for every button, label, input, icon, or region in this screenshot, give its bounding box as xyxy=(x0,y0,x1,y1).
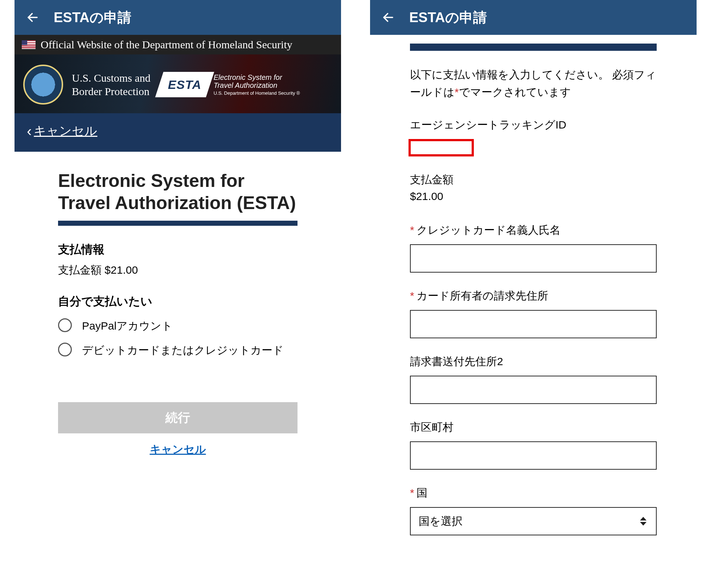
cbp-line2: Border Protection xyxy=(72,85,151,98)
field-billing2: 請求書送付先住所2 xyxy=(410,354,657,404)
city-label: 市区町村 xyxy=(410,420,657,435)
field-city: 市区町村 xyxy=(410,420,657,470)
select-caret-icon xyxy=(640,517,647,526)
right-content: 以下に支払い情報を入力してください。 必須フィールドは*でマークされています エ… xyxy=(370,35,697,551)
instruction-text: 以下に支払い情報を入力してください。 必須フィールドは*でマークされています xyxy=(410,66,657,101)
instr-b: でマークされています xyxy=(459,86,571,98)
section-pay-with: 自分で支払いたい xyxy=(58,294,298,310)
cardholder-label: *クレジットカード名義人氏名 xyxy=(410,223,657,238)
chevron-left-icon: ‹ xyxy=(27,123,32,139)
appbar-title: ESTAの申請 xyxy=(54,8,131,27)
amount-label: 支払金額 xyxy=(58,264,102,276)
screen-left: ESTAの申請 Official Website of the Departme… xyxy=(15,0,341,588)
field-country: *国 国を選択 xyxy=(410,486,657,535)
city-input[interactable] xyxy=(410,441,657,470)
amount-label: 支払金額 xyxy=(410,172,657,187)
cancel-link[interactable]: キャンセル xyxy=(58,442,298,457)
tracking-id-label: エージェンシートラッキングID xyxy=(410,118,657,132)
continue-button[interactable]: 続行 xyxy=(58,402,298,433)
esta-logo-icon: ESTA xyxy=(155,72,214,97)
radio-icon xyxy=(58,343,72,356)
esta-subtitle: Electronic System for Travel Authorizati… xyxy=(214,73,300,96)
esta-sub-dept: U.S. Department of Homeland Security ® xyxy=(214,91,300,96)
radio-icon xyxy=(58,318,72,332)
amount-value: $21.00 xyxy=(410,190,657,203)
country-label: *国 xyxy=(410,486,657,501)
back-arrow-icon[interactable] xyxy=(25,9,41,25)
cancel-bar[interactable]: ‹ キャンセル xyxy=(15,113,341,152)
cardholder-input[interactable] xyxy=(410,244,657,273)
dhs-seal-icon xyxy=(23,65,63,105)
tracking-id-highlight[interactable] xyxy=(409,139,474,156)
required-star-icon: * xyxy=(410,224,414,236)
title-underline xyxy=(58,221,298,226)
field-billing1: *カード所有者の請求先住所 xyxy=(410,289,657,338)
appbar: ESTAの申請 xyxy=(15,0,341,35)
esta-logo-text: ESTA xyxy=(168,78,201,92)
section-payment-info: 支払情報 xyxy=(58,242,298,258)
radio-paypal[interactable]: PayPalアカウント xyxy=(58,318,298,334)
amount-value: $21.00 xyxy=(104,264,138,276)
instr-star: * xyxy=(455,86,459,98)
dhs-official-banner: Official Website of the Department of Ho… xyxy=(15,35,341,54)
billing1-input[interactable] xyxy=(410,310,657,338)
radio-paypal-label: PayPalアカウント xyxy=(82,318,173,334)
required-star-icon: * xyxy=(410,290,414,302)
appbar: ESTAの申請 xyxy=(370,0,697,35)
esta-logo-block: ESTA Electronic System for Travel Author… xyxy=(159,72,300,97)
billing1-label: *カード所有者の請求先住所 xyxy=(410,289,657,303)
billing1-label-text: カード所有者の請求先住所 xyxy=(416,290,548,302)
cbp-esta-banner: U.S. Customs and Border Protection ESTA … xyxy=(15,54,341,113)
country-select-value: 国を選択 xyxy=(419,514,463,529)
cancel-bar-label: キャンセル xyxy=(34,123,97,139)
field-amount: 支払金額 $21.00 xyxy=(410,172,657,203)
required-star-icon: * xyxy=(410,487,414,499)
billing2-input[interactable] xyxy=(410,376,657,404)
field-tracking-id: エージェンシートラッキングID xyxy=(410,118,657,156)
amount-line: 支払金額 $21.00 xyxy=(58,263,298,278)
cbp-title: U.S. Customs and Border Protection xyxy=(72,71,151,98)
radio-card[interactable]: デビットカードまたはクレジットカード xyxy=(58,342,298,358)
esta-sub1: Electronic System for xyxy=(214,73,282,81)
radio-card-label: デビットカードまたはクレジットカード xyxy=(82,342,284,358)
dhs-official-text: Official Website of the Department of Ho… xyxy=(41,38,292,51)
field-cardholder: *クレジットカード名義人氏名 xyxy=(410,223,657,273)
header-strip xyxy=(410,44,657,51)
billing2-label: 請求書送付先住所2 xyxy=(410,354,657,369)
screen-right: ESTAの申請 以下に支払い情報を入力してください。 必須フィールドは*でマーク… xyxy=(370,0,697,588)
country-label-text: 国 xyxy=(416,487,427,499)
page-title: Electronic System for Travel Authorizati… xyxy=(58,170,298,214)
back-arrow-icon[interactable] xyxy=(380,9,396,25)
cbp-line1: U.S. Customs and xyxy=(72,71,151,85)
left-content: Electronic System for Travel Authorizati… xyxy=(15,152,341,471)
appbar-title: ESTAの申請 xyxy=(409,8,487,27)
cardholder-label-text: クレジットカード名義人氏名 xyxy=(416,224,561,236)
esta-sub2: Travel Authorization xyxy=(214,81,278,89)
us-flag-icon xyxy=(22,40,36,49)
country-select[interactable]: 国を選択 xyxy=(410,507,657,535)
